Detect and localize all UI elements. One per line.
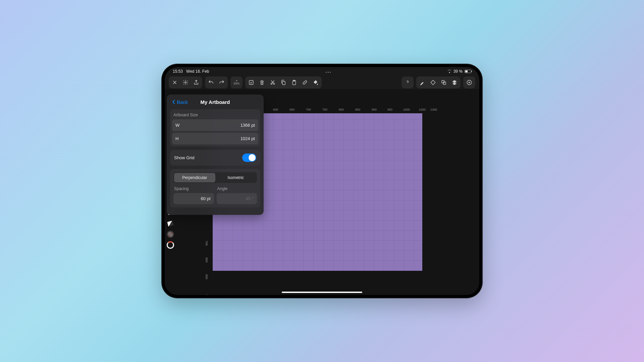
tablet-frame: 15:53 Wed 16. Feb 39 % 33% (161, 64, 483, 298)
width-field[interactable]: W 1366 pt (172, 119, 258, 131)
battery-percent: 39 % (453, 69, 463, 74)
spacing-label: Spacing (173, 186, 214, 191)
svg-rect-1 (249, 80, 253, 84)
zoom-level[interactable]: 33% (231, 77, 242, 88)
status-time: 15:53 (173, 69, 183, 74)
copy-button[interactable] (278, 77, 289, 88)
angle-field: 45 ° (217, 193, 257, 204)
close-button[interactable] (169, 77, 180, 88)
cut-button[interactable] (267, 77, 278, 88)
top-toolbar: 33% (165, 76, 479, 89)
grid-type-perpendicular[interactable]: Perpendicular (174, 173, 215, 182)
height-field[interactable]: H 1024 pt (172, 133, 258, 144)
svg-point-2 (271, 83, 272, 84)
back-button[interactable]: Back (171, 99, 188, 105)
multitask-dots-icon[interactable] (209, 70, 447, 73)
popover-title: My Artboard (201, 99, 230, 105)
settings-gear-icon[interactable] (180, 77, 191, 88)
paste-button[interactable] (289, 77, 300, 88)
eraser-tool-icon[interactable] (167, 220, 174, 227)
share-button[interactable] (191, 77, 202, 88)
status-bar: 15:53 Wed 16. Feb 39 % (165, 67, 479, 76)
layers-button[interactable] (449, 77, 460, 88)
wifi-icon (447, 70, 451, 73)
magic-wand-icon[interactable] (417, 77, 428, 88)
spacing-field[interactable]: 60 pt (173, 193, 214, 204)
status-date: Wed 16. Feb (186, 69, 209, 74)
add-button[interactable] (464, 77, 475, 88)
help-button[interactable] (402, 77, 413, 88)
battery-icon (465, 70, 471, 73)
paint-bucket-icon[interactable] (310, 77, 321, 88)
angle-label: Angle (217, 186, 257, 191)
grid-type-isometric[interactable]: Isometric (215, 173, 257, 182)
svg-point-0 (185, 82, 186, 83)
home-indicator[interactable] (282, 292, 362, 293)
grid-type-segmented[interactable]: Perpendicular Isometric (173, 172, 257, 183)
artboard-settings-popover: Back My Artboard Artboard Size W 1366 pt… (167, 95, 264, 215)
show-grid-toggle[interactable] (242, 154, 256, 162)
redo-button[interactable] (216, 77, 227, 88)
trash-button[interactable] (257, 77, 267, 88)
link-button[interactable] (300, 77, 310, 88)
show-grid-label: Show Grid (174, 155, 242, 160)
select-all-button[interactable] (246, 77, 257, 88)
chevron-left-icon (171, 99, 176, 105)
canvas-area[interactable]: 600 650 700 750 800 850 900 950 1000 105… (165, 89, 479, 295)
stroke-color-swatch[interactable] (167, 241, 174, 249)
fill-color-swatch[interactable] (167, 231, 174, 238)
svg-rect-8 (443, 82, 446, 85)
combine-icon[interactable] (438, 77, 449, 88)
svg-rect-4 (282, 81, 285, 85)
svg-rect-7 (442, 80, 444, 83)
artboard-size-label: Artboard Size (170, 109, 260, 119)
svg-point-3 (273, 83, 275, 84)
undo-button[interactable] (206, 77, 216, 88)
shape-tool-icon[interactable] (428, 77, 438, 88)
screen: 15:53 Wed 16. Feb 39 % 33% (165, 67, 479, 295)
